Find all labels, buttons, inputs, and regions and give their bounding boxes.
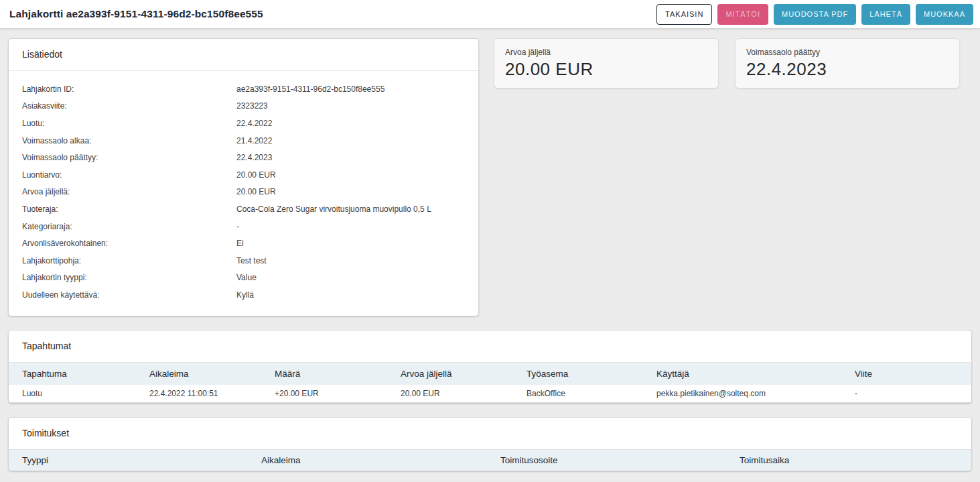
back-button[interactable]: TAKAISIN (656, 4, 712, 25)
deliveries-table: Tyyppi Aikaleima Toimitusosoite Toimitus… (9, 449, 971, 471)
page-title: Lahjakortti ae2a393f-9151-4311-96d2-bc15… (9, 8, 263, 20)
events-panel-title: Tapahtumat (9, 330, 971, 362)
events-header-row: Tapahtuma Aikaleima Määrä Arvoa jäljellä… (9, 362, 971, 385)
main-content: Lisätiedot Lahjakortin ID: ae2a393f-9151… (0, 29, 980, 471)
event-station-cell: BackOffice (513, 385, 643, 403)
detail-row: Asiakasviite: 2323223 (9, 98, 478, 115)
detail-label: Tuoteraja: (9, 204, 236, 214)
detail-value: ae2a393f-9151-4311-96d2-bc150f8ee555 (236, 84, 478, 94)
details-panel-title: Lisätiedot (9, 39, 478, 71)
detail-row: Lahjakorttipohja: Test test (9, 252, 478, 269)
column-header: Viite (841, 362, 971, 385)
detail-label: Arvonlisäverokohtainen: (9, 239, 236, 248)
deliveries-panel-title: Toimitukset (9, 418, 971, 449)
detail-row: Lahjakortin tyyppi: Value (9, 269, 478, 287)
column-header: Aikaleima (248, 449, 487, 471)
detail-label: Luotu: (9, 119, 236, 128)
detail-label: Uudelleen käytettävä: (9, 290, 236, 300)
send-button[interactable]: LÄHETÄ (861, 4, 910, 25)
detail-value: Test test (236, 256, 478, 265)
create-pdf-button[interactable]: MUODOSTA PDF (774, 4, 856, 25)
event-user-cell: pekka.pietikainen@solteq.com (643, 385, 841, 403)
detail-label: Voimassaolo päättyy: (9, 153, 236, 162)
event-balance-cell: 20.00 EUR (387, 385, 513, 403)
column-header: Tyyppi (9, 449, 248, 471)
detail-row: Luotu: 22.4.2022 (9, 115, 478, 132)
detail-row: Lahjakortin ID: ae2a393f-9151-4311-96d2-… (9, 80, 478, 98)
events-panel: Tapahtumat Tapahtuma Aikaleima Määrä Arv… (8, 330, 972, 404)
detail-label: Lahjakortin ID: (9, 84, 236, 94)
detail-label: Kategoriaraja: (9, 222, 236, 231)
summary-card-value-remaining: Arvoa jäljellä 20.00 EUR (494, 38, 719, 88)
deliveries-header-row: Tyyppi Aikaleima Toimitusosoite Toimitus… (9, 449, 971, 471)
detail-row: Voimassaolo alkaa: 21.4.2022 (9, 132, 478, 149)
detail-label: Voimassaolo alkaa: (9, 136, 236, 145)
detail-row: Tuoteraja: Coca-Cola Zero Sugar virvoitu… (9, 200, 478, 218)
detail-value: Ei (236, 239, 478, 248)
detail-label: Arvoa jäljellä: (9, 187, 236, 196)
detail-value: 21.4.2022 (236, 136, 478, 145)
detail-value: Coca-Cola Zero Sugar virvoitusjuoma muov… (236, 204, 478, 214)
event-type-cell: Luotu (9, 385, 136, 403)
card-label: Voimassaolo päättyy (746, 48, 949, 57)
detail-row: Arvonlisäverokohtainen: Ei (9, 235, 478, 252)
edit-button[interactable]: MUOKKAA (916, 4, 973, 25)
card-value: 20.00 EUR (505, 59, 707, 80)
column-header: Toimitusaika (726, 449, 971, 471)
detail-value: 2323223 (236, 101, 478, 111)
summary-card-expiry: Voimassaolo päättyy 22.4.2023 (735, 38, 960, 88)
card-value: 22.4.2023 (746, 59, 949, 80)
event-reference-cell: - (841, 385, 971, 403)
event-amount-cell: +20.00 EUR (261, 385, 387, 403)
detail-row: Voimassaolo päättyy: 22.4.2023 (9, 149, 478, 166)
detail-row: Uudelleen käytettävä: Kyllä (9, 286, 478, 304)
detail-value: Value (236, 273, 478, 282)
detail-row: Kategoriaraja: - (9, 218, 478, 235)
detail-label: Luontiarvo: (9, 170, 236, 180)
detail-value: 20.00 EUR (236, 170, 478, 180)
detail-value: 22.4.2023 (236, 153, 478, 162)
details-panel: Lisätiedot Lahjakortin ID: ae2a393f-9151… (8, 38, 479, 316)
void-button[interactable]: MITÄTÖI (717, 4, 768, 25)
column-header: Arvoa jäljellä (387, 362, 513, 385)
detail-label: Asiakasviite: (9, 101, 236, 111)
detail-row: Luontiarvo: 20.00 EUR (9, 166, 478, 184)
detail-value: - (236, 222, 478, 231)
summary-cards: Arvoa jäljellä 20.00 EUR Voimassaolo pää… (494, 38, 960, 88)
events-table: Tapahtuma Aikaleima Määrä Arvoa jäljellä… (9, 362, 971, 403)
detail-label: Lahjakortin tyyppi: (9, 273, 236, 282)
detail-row: Arvoa jäljellä: 20.00 EUR (9, 184, 478, 201)
column-header: Tapahtuma (9, 362, 136, 385)
column-header: Määrä (261, 362, 387, 385)
event-timestamp-cell: 22.4.2022 11:00:51 (136, 385, 261, 403)
table-row: Luotu 22.4.2022 11:00:51 +20.00 EUR 20.0… (9, 385, 971, 403)
column-header: Toimitusosoite (487, 449, 726, 471)
column-header: Aikaleima (136, 362, 261, 385)
details-body: Lahjakortin ID: ae2a393f-9151-4311-96d2-… (9, 71, 478, 316)
card-label: Arvoa jäljellä (505, 48, 707, 57)
header-button-group: TAKAISIN MITÄTÖI MUODOSTA PDF LÄHETÄ MUO… (656, 4, 973, 25)
column-header: Käyttäjä (643, 362, 841, 385)
detail-value: Kyllä (236, 290, 478, 300)
detail-label: Lahjakorttipohja: (9, 256, 236, 265)
detail-value: 20.00 EUR (236, 187, 478, 196)
deliveries-panel: Toimitukset Tyyppi Aikaleima Toimitusoso… (8, 417, 972, 471)
column-header: Työasema (513, 362, 643, 385)
top-bar: Lahjakortti ae2a393f-9151-4311-96d2-bc15… (0, 0, 980, 29)
detail-value: 22.4.2022 (236, 119, 478, 128)
